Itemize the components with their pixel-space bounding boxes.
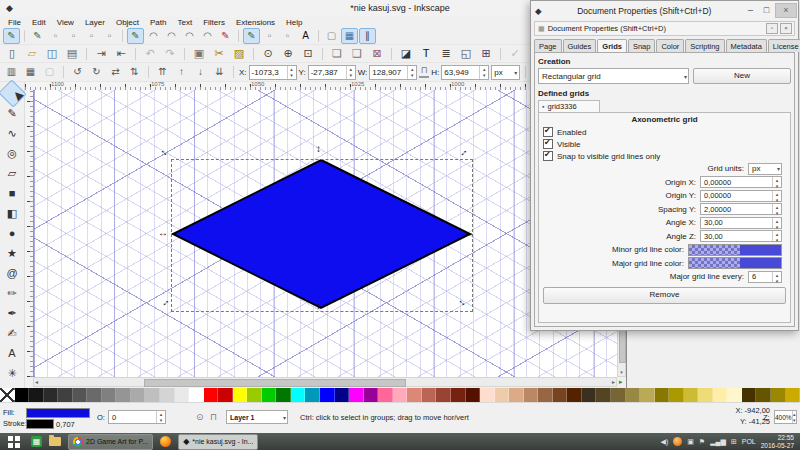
clip-mask[interactable]: ▢ [323,28,340,44]
tray-app-icon[interactable] [673,437,682,446]
pencil-tool[interactable]: ✏ [2,284,23,303]
scale-handle-w[interactable]: ↔ [158,228,168,238]
grid-type-select[interactable]: Rectangular grid ▾ [538,68,689,84]
h-input[interactable]: 63,949 ▴▾ [441,65,489,80]
scroll-right-icon[interactable]: ▸ [612,378,615,387]
palette-swatch[interactable] [218,388,233,402]
clock[interactable]: 22:55 2016-05-27 [761,434,796,450]
stroke-swatch[interactable] [26,419,54,429]
w-input[interactable]: 128,907 ▴▾ [369,65,417,80]
palette-swatch[interactable] [727,388,742,402]
layers-dialog[interactable]: ≣ [437,45,455,62]
dialog-tab[interactable]: Metadata [726,39,767,52]
menu-item[interactable]: File [8,18,21,27]
palette-swatch[interactable] [73,388,88,402]
scale-handle-s[interactable]: ↕ [316,301,321,311]
palette-swatch[interactable] [204,388,219,402]
color-swatch[interactable] [688,244,782,256]
open-document[interactable]: ▱ [23,45,41,62]
palette-swatch[interactable] [305,388,320,402]
scale-handle-sw[interactable]: ↔ [160,297,170,307]
zoom-page[interactable]: ⊡ [299,45,317,62]
palette-swatch[interactable] [684,388,699,402]
spinner[interactable]: ▴▾ [287,66,296,79]
deselect[interactable]: ▢ [41,64,58,80]
checkbox[interactable] [543,127,553,137]
dialog-tab[interactable]: Page [534,39,562,52]
palette-swatch[interactable] [44,388,59,402]
pen-tool[interactable]: ✒ [2,304,23,323]
calligraphy-tool[interactable]: ✍ [2,324,23,343]
palette-swatch[interactable] [771,388,786,402]
palette-swatch[interactable] [596,388,611,402]
object-to-path[interactable]: ✎ [243,28,260,44]
x-input[interactable]: -1073,3 ▴▾ [249,65,297,80]
palette-swatch[interactable] [378,388,393,402]
node-symmetric[interactable]: ◠ [163,28,180,44]
palette-swatch[interactable] [436,388,451,402]
spinner[interactable]: ▴▾ [772,218,781,228]
show-handles-toggle[interactable]: ∥ [359,28,376,44]
flip-horizontal[interactable]: ⇄ [107,64,124,80]
ellipse-tool[interactable]: ● [2,224,23,243]
rectangle-tool[interactable]: ■ [2,184,23,203]
zoom-drawing[interactable]: ⊕ [279,45,297,62]
palette-swatch[interactable] [145,388,160,402]
network-icon[interactable]: ▂▄▆ [710,438,726,446]
color-swatch[interactable] [688,257,782,269]
flag-icon[interactable]: ⚑ [699,438,705,446]
measure-tool[interactable]: ▱ [2,164,23,183]
dialog-tab[interactable]: License [768,39,800,52]
menu-item[interactable]: Object [116,18,139,27]
zoom-selection[interactable]: ⊙ [259,45,277,62]
paste[interactable]: ▨ [230,45,248,62]
units-select[interactable]: px ▾ [491,65,520,80]
lock-ratio-icon[interactable]: ⊓ [419,66,429,78]
palette-swatch[interactable] [116,388,131,402]
spinner[interactable]: ▴▾ [156,411,165,423]
y-input[interactable]: -27,387 ▴▾ [308,65,356,80]
language-indicator[interactable]: POL [742,438,756,445]
palette-swatch[interactable] [611,388,626,402]
palette-swatch[interactable] [742,388,757,402]
snap-corner-icon[interactable]: ▸ [619,378,623,386]
dialog-tab[interactable]: Grids [597,39,627,52]
palette-swatch[interactable] [15,388,30,402]
flip-vertical[interactable]: ⇅ [126,64,143,80]
scale-handle-n[interactable]: ↕ [316,144,321,154]
select-all[interactable]: ▥ [3,64,20,80]
segment-line[interactable]: ◠ [199,28,216,44]
palette-swatch[interactable] [262,388,277,402]
scroll-down-icon[interactable]: ▾ [618,369,625,376]
palette-swatch[interactable] [0,388,15,402]
segment-curve[interactable]: ✎ [217,28,234,44]
raise[interactable]: ↑ [173,64,190,80]
create-clone[interactable]: ❑ [348,45,366,62]
fill-stroke-dialog[interactable]: ◪ [397,45,415,62]
palette-swatch[interactable] [480,388,495,402]
join-segment[interactable]: ▫ [83,28,100,44]
palette-swatch[interactable] [335,388,350,402]
new-grid-button[interactable]: New [693,68,791,84]
dialog-tab[interactable]: Scripting [685,39,724,52]
layer-visibility-icon[interactable]: ⊙ [196,412,204,422]
layer-lock-icon[interactable]: ⊓ [210,412,217,422]
palette-swatch[interactable] [276,388,291,402]
menu-item[interactable]: Text [178,18,193,27]
show-grid-toggle[interactable]: ▦ [341,28,358,44]
spin-input[interactable]: 30,00 ▴▾ [700,217,782,229]
horizontal-scroll-thumb[interactable] [144,379,406,387]
node-smooth[interactable]: ◠ [145,28,162,44]
palette-swatch[interactable] [422,388,437,402]
scale-handle-ne[interactable]: ↔ [458,147,468,157]
palette-swatch[interactable] [320,388,335,402]
palette-swatch[interactable] [713,388,728,402]
rotate-cw[interactable]: ↻ [88,64,105,80]
text-tool[interactable]: A [2,344,23,363]
lower[interactable]: ↓ [192,64,209,80]
palette-swatch[interactable] [407,388,422,402]
box-3d-tool[interactable]: ◧ [2,204,23,223]
palette-swatch[interactable] [364,388,379,402]
palette-swatch[interactable] [451,388,466,402]
firefox-icon[interactable] [160,436,171,447]
